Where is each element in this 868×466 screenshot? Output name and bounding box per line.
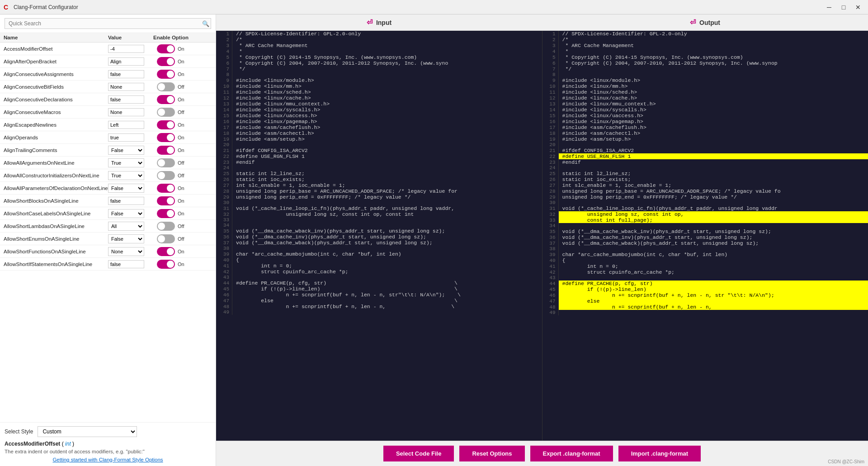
code-line: 31void (*_cache_line_loop_ic_fn)(phys_ad… [542, 205, 868, 211]
option-value-input[interactable] [108, 108, 144, 116]
code-line: 24 [216, 165, 542, 171]
minimize-button[interactable]: ─ [823, 2, 835, 12]
line-content [232, 165, 542, 171]
option-toggle[interactable] [157, 70, 175, 79]
code-line: 33 [216, 217, 542, 223]
line-number: 29 [542, 194, 559, 200]
line-content: * ARC Cache Management [232, 43, 542, 48]
output-code-pane[interactable]: 1// SPDX-License-Identifier: GPL-2.0-onl… [542, 31, 868, 441]
option-value-input[interactable] [108, 95, 144, 104]
option-value-input[interactable] [108, 83, 144, 91]
option-value-select[interactable]: TrueFalseAllNoneLeftRightAlign [108, 234, 144, 243]
toggle-knob [167, 96, 174, 103]
maximize-button[interactable]: □ [837, 2, 850, 12]
option-toggle[interactable] [157, 133, 175, 142]
toggle-knob [158, 235, 165, 243]
main-container: 🔍 Name Value Enable Option AccessModifie… [0, 14, 868, 466]
option-toggle[interactable] [157, 247, 175, 256]
toggle-label: On [178, 122, 188, 128]
reset-options-button[interactable]: Reset Options [459, 446, 524, 461]
close-button[interactable]: ✕ [852, 2, 864, 12]
options-list: AccessModifierOffsetOnAlignAfterOpenBrac… [0, 43, 216, 422]
option-toggle[interactable] [157, 184, 175, 193]
toggle-knob [167, 197, 174, 204]
line-content: int n = 0; [232, 263, 542, 269]
option-value-select[interactable]: TrueFalseAllNoneLeftRightAlign [108, 247, 144, 256]
option-value-select[interactable]: TrueFalseAllNoneLeftRightAlign [108, 184, 144, 193]
option-toggle[interactable] [157, 146, 175, 155]
select-code-button[interactable]: Select Code File [383, 446, 454, 461]
line-number: 42 [542, 269, 559, 275]
import-button[interactable]: Import .clang-format [618, 446, 701, 461]
option-toggle[interactable] [157, 260, 175, 269]
option-toggle[interactable] [157, 108, 175, 117]
search-input[interactable] [5, 18, 211, 29]
option-value-select[interactable]: TrueFalseAllNoneLeftRightAlign [108, 222, 144, 231]
line-content: void (*__dma_cache_wback)(phys_addr_t st… [559, 240, 868, 246]
line-content: /* [559, 37, 868, 43]
line-number: 41 [542, 263, 559, 269]
code-line: 13#include <linux/mmu_context.h> [542, 101, 868, 107]
toggle-label: Off [178, 84, 188, 90]
style-select[interactable]: LLVMGoogleChromiumMozillaWebKitMicrosoft… [38, 426, 137, 437]
line-number: 9 [216, 77, 232, 83]
line-content: int n = 0; [559, 263, 868, 269]
line-content: #endif [232, 159, 542, 165]
search-icon-button[interactable]: 🔍 [202, 20, 209, 27]
option-toggle[interactable] [157, 171, 175, 180]
line-content: char *arc_cache_mumbojumbo(int c, char *… [232, 251, 542, 257]
option-value-input[interactable] [108, 45, 144, 53]
option-value-input[interactable] [108, 121, 144, 129]
line-content: * Copyright (C) 2004, 2007-2010, 2011-20… [232, 60, 542, 66]
option-toggle[interactable] [157, 57, 175, 66]
table-row: AllowShortEnumsOnASingleLineTrueFalseAll… [0, 233, 216, 245]
line-content: void (*_cache_line_loop_ic_fn)(phys_addr… [559, 205, 868, 211]
toggle-label: On [178, 71, 188, 77]
line-number: 33 [216, 217, 232, 223]
line-number: 48 [542, 304, 559, 310]
option-value-input[interactable] [108, 57, 144, 66]
option-toggle[interactable] [157, 95, 175, 104]
line-content: const int full_page); [559, 217, 868, 223]
option-toggle[interactable] [157, 234, 175, 243]
code-line: 36void (*__dma_cache_inv)(phys_addr_t st… [216, 234, 542, 240]
line-content: #define USE_RGN_FLSH 1 [232, 153, 542, 159]
option-value-input[interactable] [108, 260, 144, 268]
option-value-input[interactable] [108, 133, 144, 142]
line-content: #include <linux/mmu_context.h> [559, 101, 868, 107]
line-content: #include <asm/setup.h> [232, 136, 542, 142]
option-value-select[interactable]: TrueFalseAllNoneLeftRightAlign [108, 209, 144, 218]
code-line: 10#include <linux/mm.h> [542, 83, 868, 89]
line-number: 38 [542, 246, 559, 252]
option-toggle[interactable] [157, 82, 175, 91]
option-value-select[interactable]: TrueFalseAllNoneLeftRightAlign [108, 146, 144, 155]
toggle-knob [167, 210, 174, 217]
code-line: 35void (*__dma_cache_wback_inv)(phys_add… [216, 228, 542, 234]
option-toggle[interactable] [157, 209, 175, 218]
option-toggle[interactable] [157, 196, 175, 205]
col-enable: Enable Option [153, 35, 212, 40]
option-toggle[interactable] [157, 44, 175, 53]
option-value-cell [108, 260, 153, 268]
option-value-select[interactable]: TrueFalseAllNoneLeftRightAlign [108, 158, 144, 167]
param-type: int [65, 441, 71, 447]
getting-started-link[interactable]: Getting started with Clang-Format Style … [5, 457, 211, 462]
input-code-pane[interactable]: 1// SPDX-License-Identifier: GPL-2.0-onl… [216, 31, 542, 441]
table-row: AlignOperandsOn [0, 131, 216, 144]
option-value-input[interactable] [108, 197, 144, 205]
right-area: ⏎ Input ⏎ Output 1// SPDX-License-Identi… [216, 14, 868, 466]
option-toggle[interactable] [157, 222, 175, 231]
table-row: AllowAllConstructorInitializersOnNextLin… [0, 169, 216, 182]
line-content: #include <asm/cachectl.h> [232, 130, 542, 136]
export-button[interactable]: Export .clang-format [530, 446, 613, 461]
line-content [559, 142, 868, 147]
option-value-input[interactable] [108, 70, 144, 78]
line-content: n += scnprintf(buf + n, len - n, \ [232, 304, 542, 309]
code-line: 4 * [542, 48, 868, 54]
toggle-knob [158, 109, 165, 116]
option-value-select[interactable]: TrueFalseAllNoneLeftRightAlign [108, 171, 144, 180]
option-toggle[interactable] [157, 158, 175, 167]
option-toggle[interactable] [157, 120, 175, 129]
line-content: #include <linux/sched.h> [232, 89, 542, 95]
line-content: unsigned long sz, const int op, const in… [232, 211, 542, 217]
